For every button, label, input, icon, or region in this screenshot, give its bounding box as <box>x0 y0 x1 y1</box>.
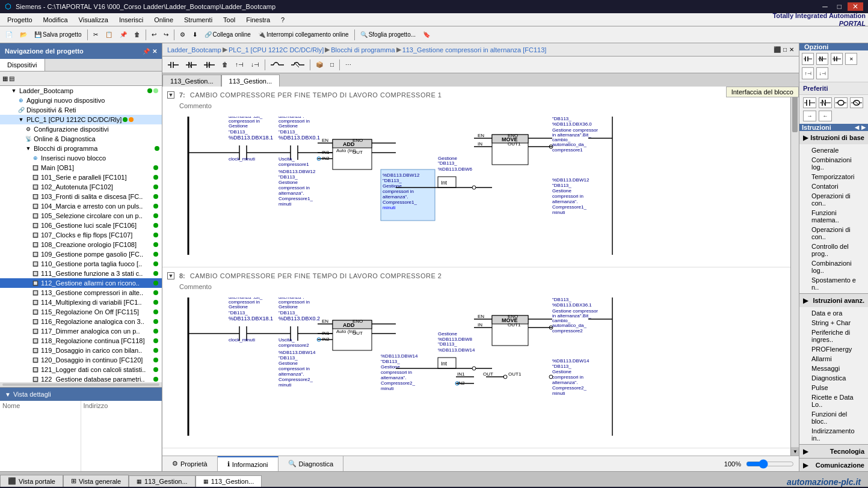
breadcrumb-close[interactable]: ✕ <box>789 46 794 53</box>
tree-item-block-14[interactable]: 🔲 114_Multiplexing di variabili [FC1.. <box>0 297 162 307</box>
tree-item-insert-block[interactable]: ⊕ Inserisci nuovo blocco <box>0 153 162 163</box>
instructions-right-arrow[interactable]: ▶ <box>861 124 866 130</box>
tree-item-block-9[interactable]: 🔲 109_Gestione pompe gasolio [FC.. <box>0 249 162 259</box>
menu-visualizza[interactable]: Visualizza <box>74 15 113 25</box>
download-button[interactable]: ⬇ <box>189 28 200 41</box>
instr-profi[interactable]: PROFIenergy <box>799 344 868 354</box>
menu-online[interactable]: Online <box>149 15 178 25</box>
editor-tab-0[interactable]: 113_Gestion... <box>162 75 221 87</box>
open-block-button[interactable]: 📦 <box>313 58 326 72</box>
cut-button[interactable]: ✂ <box>90 28 101 41</box>
instr-messaggi[interactable]: Messaggi <box>799 364 868 373</box>
tree-item-add-device[interactable]: ⊕ Aggiungi nuovo dispositivo <box>0 96 162 105</box>
project-nav-close[interactable]: ✕ <box>152 48 157 55</box>
paste-button[interactable]: 📌 <box>117 28 130 41</box>
menu-modifica[interactable]: Modifica <box>38 15 73 25</box>
istruzioni-avanz-header[interactable]: ▶ Istruzioni avanz. <box>799 294 868 307</box>
instr-comb-log[interactable]: Combinazioni log.. <box>799 155 868 172</box>
tree-item-block-15[interactable]: 🔲 115_Regolazione On Off [FC115] <box>0 307 162 317</box>
coil-nc-button[interactable] <box>288 58 307 72</box>
instr-string[interactable]: String + Char <box>799 318 868 328</box>
tree-item-block-8[interactable]: 🔲 108_Creazione orologio [FC108] <box>0 240 162 249</box>
tecnologia-header[interactable]: ▶ Tecnologia <box>799 445 868 458</box>
tree-item-block-6[interactable]: 🔲 106_Gestione luci scale [FC106] <box>0 221 162 230</box>
instr-contatori[interactable]: Contatori <box>799 181 868 191</box>
pref-icon-3[interactable] <box>834 97 848 108</box>
instr-data-ora[interactable]: Data e ora <box>799 308 868 318</box>
browse-btn2[interactable]: 🔖 <box>420 28 433 41</box>
tree-item-block-16[interactable]: 🔲 116_Regolazione analogica con 3.. <box>0 317 162 326</box>
menu-progetto[interactable]: Progetto <box>2 15 37 25</box>
options-icon-3[interactable]: P <box>831 53 843 65</box>
instructions-left-arrow[interactable]: ◀ <box>855 124 859 130</box>
tree-item-block-11[interactable]: 🔲 111_Gestione funzione a 3 stati c.. <box>0 269 162 278</box>
instr-op-con1[interactable]: Operazioni di con.. <box>799 191 868 208</box>
vista-generale-tab[interactable]: ⊞ Vista generale <box>63 475 129 487</box>
tree-item-block-1[interactable]: 🔲 101_Serie e paralleli [FC101] <box>0 172 162 182</box>
instr-spost[interactable]: Spostamento e n.. <box>799 275 868 292</box>
go-online-button[interactable]: 🔗 Collega online <box>202 28 254 41</box>
instruction-box-button[interactable]: □ <box>327 58 337 72</box>
breadcrumb-item-3[interactable]: 113_Gestione compressori in alternanza [… <box>402 46 547 53</box>
open-project-button[interactable]: 📂 <box>17 28 30 41</box>
pref-icon-6[interactable]: ← <box>819 111 832 121</box>
tree-item-block-19[interactable]: 🔲 119_Dosaggio in carico con bilan.. <box>0 346 162 355</box>
new-project-button[interactable]: 📄 <box>2 28 16 41</box>
pref-icon-1[interactable] <box>803 97 816 108</box>
tree-item-block-13[interactable]: 🔲 113_Gestione compressori in alte.. <box>0 288 162 297</box>
tree-item-block-7[interactable]: 🔲 107_Clocks e flip flops [FC107] <box>0 230 162 240</box>
instr-op-con2[interactable]: Operazioni di con.. <box>799 225 868 242</box>
contact-pos-button[interactable]: P <box>201 58 218 72</box>
contact-nc-button[interactable] <box>183 58 200 72</box>
vista-portale-tab[interactable]: ⬛ Vista portale <box>0 475 63 487</box>
tree-item-block-21[interactable]: 🔲 121_Logger dati con calcoli statisti.. <box>0 365 162 374</box>
tree-scrollbar[interactable] <box>0 382 162 387</box>
breadcrumb-item-0[interactable]: Ladder_Bootcamp <box>167 46 221 53</box>
breadcrumb-item-2[interactable]: Blocchi di programma <box>331 46 395 53</box>
breadcrumb-float[interactable]: ⬛ <box>774 46 781 53</box>
tree-item-block-20[interactable]: 🔲 120_Dosaggio in continuo [FC120] <box>0 355 162 365</box>
instr-diagnostica[interactable]: Diagnostica <box>799 373 868 383</box>
tree-item-block-2[interactable]: 🔲 102_Autotenuta [FC102] <box>0 182 162 192</box>
instr-generale[interactable]: Generale <box>799 145 868 155</box>
options-icon-delete[interactable]: ✕ <box>845 53 857 65</box>
tree-item-block-18[interactable]: 🔲 118_Regolazione continua [FC118] <box>0 336 162 346</box>
project-nav-controls[interactable]: 📌 ✕ <box>143 48 157 55</box>
tree-item-block-17[interactable]: 🔲 117_Dimmer analogica con un p.. <box>0 326 162 336</box>
menu-finestra[interactable]: Finestra <box>241 15 275 25</box>
coil-button[interactable] <box>268 58 287 72</box>
comunicazione-header[interactable]: ▶ Comunicazione <box>799 459 868 471</box>
tree-item-config[interactable]: ⚙ Configurazione dispositivi <box>0 124 162 134</box>
breadcrumb-item-1[interactable]: PLC_1 [CPU 1212C DC/DC/Rly] <box>229 46 324 53</box>
pref-icon-4[interactable] <box>850 97 863 108</box>
delete-button[interactable]: 🗑 <box>131 28 143 41</box>
pref-icon-5[interactable]: → <box>803 111 816 121</box>
tree-item-block-5[interactable]: 🔲 105_Selezione circolare con un p.. <box>0 211 162 221</box>
instructions-controls[interactable]: ◀ ▶ <box>855 124 866 130</box>
tree-item-plc1[interactable]: ▼ PLC_1 [CPU 1212C DC/DC/Rly] <box>0 115 162 124</box>
zoom-slider[interactable] <box>746 459 794 469</box>
window-controls[interactable]: ─ □ ✕ <box>819 2 863 11</box>
copy-button[interactable]: 📋 <box>102 28 115 41</box>
instr-fun-mat[interactable]: Funzioni matema.. <box>799 208 868 225</box>
diagnostics-tab[interactable]: 🔍 Diagnostica <box>279 456 343 471</box>
info-tab[interactable]: ℹ Informazioni <box>218 456 279 471</box>
redo-button[interactable]: ↪ <box>161 28 171 41</box>
editor-area[interactable]: Interfaccia del blocco ▼ 7: CAMBIO COMPR… <box>162 87 799 456</box>
tree-item-block-0[interactable]: 🔲 Main [OB1] <box>0 163 162 172</box>
vertical-scrollbar[interactable]: ▲ ▼ <box>790 87 799 456</box>
branch-up-button[interactable]: ↑⊣ <box>232 58 247 72</box>
save-project-button[interactable]: 💾 Salva progetto <box>31 28 85 41</box>
tree-scroll-track[interactable] <box>2 383 159 386</box>
instr-comb-log2[interactable]: Combinazioni log.. <box>799 258 868 275</box>
tree-item-block-10[interactable]: 🔲 110_Gestione porta taglia fuoco [.. <box>0 259 162 269</box>
instr-indirizz[interactable]: Indirizzamento in.. <box>799 426 868 443</box>
undo-button[interactable]: ↩ <box>149 28 159 41</box>
close-button[interactable]: ✕ <box>848 2 863 11</box>
more-tools-button[interactable]: ⋯ <box>342 58 354 72</box>
tree-item-block-3[interactable]: 🔲 103_Fronti di salita e discesa [FC.. <box>0 192 162 201</box>
instr-allarmi[interactable]: Allarmi <box>799 354 868 364</box>
options-icon-1[interactable] <box>802 53 814 65</box>
minimize-button[interactable]: ─ <box>819 2 831 11</box>
pref-icon-2[interactable] <box>819 97 832 108</box>
